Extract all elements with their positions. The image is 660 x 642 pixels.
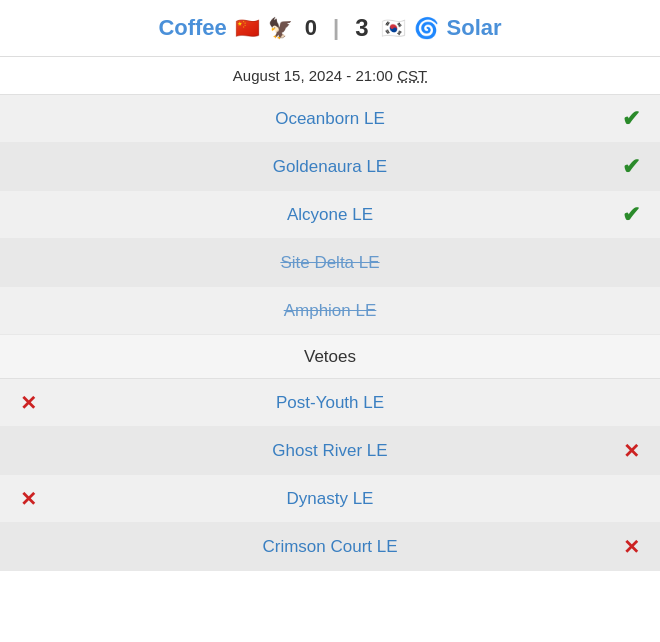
cross-left-icon: ✕	[20, 391, 37, 415]
vetoes-label: Vetoes	[304, 347, 356, 367]
player2-race: 🌀	[414, 16, 439, 40]
vetoes-container: ✕Post-Youth LEGhost River LE✕✕Dynasty LE…	[0, 379, 660, 571]
check-icon: ✔	[622, 202, 640, 228]
veto-row: Crimson Court LE✕	[0, 523, 660, 571]
maps-container: Oceanborn LE✔Goldenaura LE✔Alcyone LE✔Si…	[0, 95, 660, 335]
veto-row: Ghost River LE✕	[0, 427, 660, 475]
player2-flag: 🇰🇷	[381, 16, 406, 40]
cross-right-icon: ✕	[623, 535, 640, 559]
player1-flag: 🇨🇳	[235, 16, 260, 40]
timezone: CST	[397, 67, 427, 84]
score-left: 0	[305, 15, 317, 41]
map-row: Alcyone LE✔	[0, 191, 660, 239]
veto-row: ✕Dynasty LE	[0, 475, 660, 523]
map-name: Goldenaura LE	[20, 157, 640, 177]
player1-race: 🦅	[268, 16, 293, 40]
player2-name: Solar	[447, 15, 502, 41]
map-name: Amphion LE	[20, 301, 640, 321]
check-icon: ✔	[622, 154, 640, 180]
map-name: Alcyone LE	[20, 205, 640, 225]
score-right: 3	[355, 14, 368, 42]
map-row: Oceanborn LE✔	[0, 95, 660, 143]
map-row: Goldenaura LE✔	[0, 143, 660, 191]
match-header: Coffee 🇨🇳 🦅 0 | 3 🇰🇷 🌀 Solar	[0, 0, 660, 57]
veto-name: Dynasty LE	[20, 489, 640, 509]
cross-left-icon: ✕	[20, 487, 37, 511]
vetoes-section: Vetoes	[0, 335, 660, 379]
map-row: Site Delta LE	[0, 239, 660, 287]
map-name: Site Delta LE	[20, 253, 640, 273]
date-text: August 15, 2024 - 21:00	[233, 67, 393, 84]
score-divider: |	[333, 15, 339, 41]
veto-name: Ghost River LE	[20, 441, 640, 461]
cross-right-icon: ✕	[623, 439, 640, 463]
veto-row: ✕Post-Youth LE	[0, 379, 660, 427]
map-row: Amphion LE	[0, 287, 660, 335]
map-name: Oceanborn LE	[20, 109, 640, 129]
player1-name: Coffee	[158, 15, 226, 41]
veto-name: Post-Youth LE	[20, 393, 640, 413]
check-icon: ✔	[622, 106, 640, 132]
veto-name: Crimson Court LE	[20, 537, 640, 557]
match-date: August 15, 2024 - 21:00 CST	[0, 57, 660, 95]
